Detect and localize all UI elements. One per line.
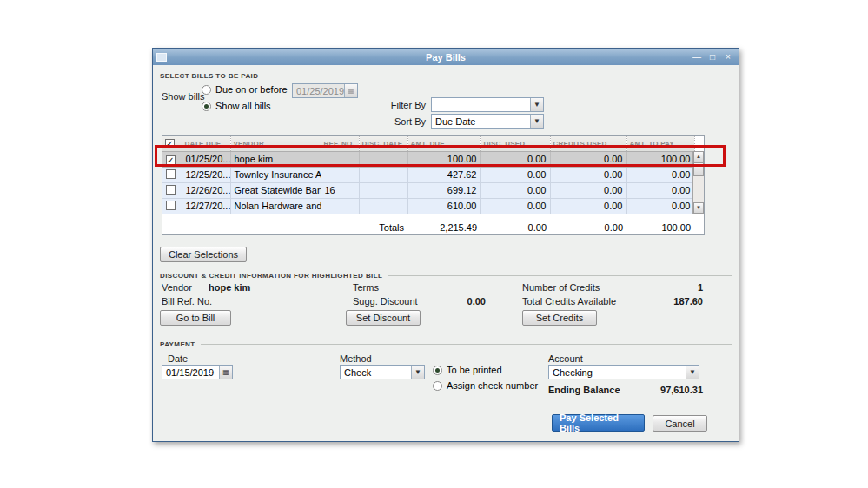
set-discount-button[interactable]: Set Discount — [346, 310, 421, 326]
cell-ref-no — [321, 198, 359, 214]
cell-credits-used: 0.00 — [550, 198, 626, 214]
to-be-printed-label: To be printed — [447, 365, 502, 375]
chevron-down-icon[interactable]: ▼ — [411, 366, 424, 379]
cell-disc-used: 0.00 — [480, 182, 550, 198]
table-row[interactable]: ✓ 01/25/20... hope kim 100.00 0.00 0.00 … — [162, 151, 694, 167]
payment-section-header: PAYMENT — [160, 340, 732, 348]
discount-credit-section-header: DISCOUNT & CREDIT INFORMATION FOR HIGHLI… — [160, 272, 732, 280]
cell-amt-to-pay[interactable]: 0.00 — [626, 198, 694, 214]
clear-selections-button[interactable]: Clear Selections — [160, 247, 247, 262]
sugg-discount-label: Sugg. Discount — [353, 296, 418, 307]
scrollbar-track[interactable] — [693, 176, 704, 202]
totals-disc-used: 0.00 — [480, 221, 550, 234]
cell-vendor: hope kim — [230, 151, 321, 167]
due-on-or-before-radio-icon[interactable] — [202, 85, 211, 95]
row-checkbox[interactable]: ✓ — [166, 155, 176, 165]
bill-ref-label: Bill Ref. No. — [162, 296, 212, 307]
col-date-due[interactable]: DATE DUE — [182, 136, 230, 151]
payment-section-label: PAYMENT — [160, 340, 195, 348]
scrollbar-thumb[interactable] — [693, 162, 704, 176]
cell-vendor: Townley Insurance A... — [230, 167, 321, 182]
chevron-down-icon[interactable]: ▼ — [530, 115, 543, 128]
vendor-value: hope kim — [209, 282, 250, 293]
table-row[interactable]: 12/27/20... Nolan Hardware and ... 610.0… — [162, 198, 694, 214]
col-ref-no[interactable]: REF. NO. — [321, 136, 359, 151]
filter-by-dropdown[interactable]: ▼ — [431, 97, 544, 112]
show-bills-label: Show bills — [162, 91, 205, 102]
cell-date-due: 12/26/20... — [182, 182, 230, 198]
cell-disc-date — [359, 167, 407, 182]
cell-disc-date — [359, 182, 407, 198]
payment-date-label: Date — [168, 353, 188, 364]
chevron-down-icon[interactable]: ▼ — [686, 366, 699, 379]
col-credits-used[interactable]: CREDITS USED — [550, 136, 626, 151]
row-checkbox[interactable] — [166, 169, 176, 179]
col-disc-date[interactable]: DISC. DATE — [359, 136, 407, 151]
col-disc-used[interactable]: DISC. USED — [480, 136, 550, 151]
calendar-icon[interactable]: ▦ — [219, 366, 232, 379]
window-title: Pay Bills — [153, 52, 739, 63]
radio-to-be-printed[interactable]: To be printed — [433, 365, 502, 375]
section-rule — [388, 275, 732, 276]
account-dropdown[interactable]: Checking ▼ — [548, 365, 699, 379]
account-value: Checking — [549, 366, 686, 379]
cell-date-due: 12/27/20... — [182, 198, 230, 214]
go-to-bill-button[interactable]: Go to Bill — [160, 310, 231, 326]
sugg-discount-value: 0.00 — [467, 296, 486, 307]
pay-bills-dialog: Pay Bills — □ × SELECT BILLS TO BE PAID … — [152, 48, 739, 442]
select-all-checkbox-cell[interactable]: ✓ — [162, 136, 182, 151]
cell-vendor: Nolan Hardware and ... — [230, 198, 321, 214]
table-header-row: ✓ DATE DUE VENDOR REF. NO. DISC. DATE AM… — [162, 136, 694, 151]
row-checkbox[interactable] — [166, 201, 176, 210]
col-vendor[interactable]: VENDOR — [230, 136, 321, 151]
select-all-checkbox[interactable]: ✓ — [165, 139, 175, 148]
assign-check-radio-icon[interactable] — [433, 381, 442, 391]
totals-amt-due: 2,215.49 — [407, 221, 480, 234]
table-row[interactable]: 12/25/20... Townley Insurance A... 427.6… — [162, 167, 694, 182]
cell-vendor: Great Statewide Bank — [230, 182, 321, 198]
filter-by-label: Filter By — [370, 100, 426, 110]
col-amt-to-pay[interactable]: AMT. TO PAY — [626, 136, 694, 151]
radio-assign-check-number[interactable]: Assign check number — [433, 380, 538, 391]
cell-amt-to-pay[interactable]: 0.00 — [626, 167, 694, 182]
totals-label: Totals — [162, 221, 407, 234]
cell-date-due: 12/25/20... — [182, 167, 230, 182]
table-scrollbar[interactable]: ▲ ▼ — [692, 151, 704, 214]
payment-date-field[interactable]: 01/15/2019 ▦ — [162, 365, 233, 379]
cell-credits-used: 0.00 — [550, 182, 626, 198]
table-row[interactable]: 12/26/20... Great Statewide Bank 16 699.… — [162, 182, 694, 198]
pay-selected-bills-button[interactable]: Pay Selected Bills — [552, 414, 645, 432]
radio-due-on-or-before[interactable]: Due on or before — [202, 84, 288, 95]
method-dropdown[interactable]: Check ▼ — [340, 365, 425, 379]
radio-show-all-bills[interactable]: Show all bills — [202, 101, 271, 111]
ending-balance-value: 97,610.31 — [660, 385, 703, 395]
totals-row: Totals 2,215.49 0.00 0.00 100.00 — [162, 221, 694, 234]
set-credits-button[interactable]: Set Credits — [522, 310, 597, 326]
due-on-or-before-label: Due on or before — [215, 84, 288, 95]
col-amt-due[interactable]: AMT. DUE — [407, 136, 480, 151]
number-of-credits-label: Number of Credits — [522, 282, 600, 293]
scroll-down-icon[interactable]: ▼ — [693, 202, 704, 214]
minimize-icon[interactable]: — — [692, 51, 702, 63]
calendar-icon[interactable]: ▦ — [344, 84, 357, 97]
cancel-button[interactable]: Cancel — [653, 415, 707, 432]
totals-credits-used: 0.00 — [550, 221, 626, 234]
discount-credit-section-label: DISCOUNT & CREDIT INFORMATION FOR HIGHLI… — [160, 272, 382, 280]
total-credits-label: Total Credits Available — [522, 296, 616, 307]
close-icon[interactable]: × — [723, 51, 733, 63]
bills-table: ✓ DATE DUE VENDOR REF. NO. DISC. DATE AM… — [162, 135, 705, 235]
title-bar[interactable]: Pay Bills — □ × — [153, 49, 739, 65]
scroll-up-icon[interactable]: ▲ — [693, 151, 704, 162]
maximize-icon[interactable]: □ — [707, 51, 718, 63]
cell-amt-to-pay[interactable]: 0.00 — [626, 182, 694, 198]
due-date-field[interactable]: 01/25/2019 ▦ — [292, 83, 358, 98]
terms-label: Terms — [353, 282, 379, 293]
chevron-down-icon[interactable]: ▼ — [530, 98, 543, 111]
cell-ref-no — [321, 151, 359, 167]
show-all-bills-radio-icon[interactable] — [202, 102, 211, 111]
sort-by-dropdown[interactable]: Due Date ▼ — [431, 114, 544, 129]
row-checkbox[interactable] — [166, 185, 176, 195]
to-be-printed-radio-icon[interactable] — [433, 366, 442, 375]
cell-amt-to-pay[interactable]: 100.00 — [626, 151, 694, 167]
number-of-credits-value: 1 — [698, 282, 703, 293]
